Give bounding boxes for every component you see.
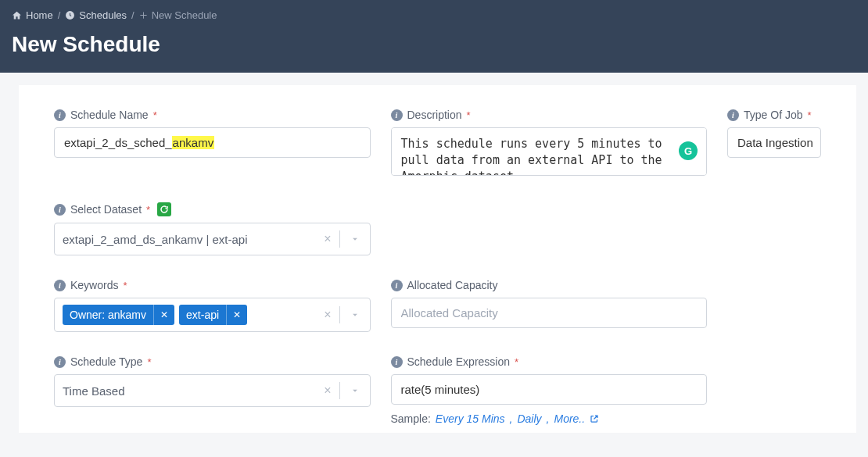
keyword-tag: Owner: ankamv ✕ — [63, 305, 174, 325]
home-icon — [12, 10, 22, 20]
grammarly-icon[interactable]: G — [679, 141, 698, 160]
refresh-icon[interactable] — [157, 202, 171, 216]
field-label: i Schedule Expression * — [391, 355, 708, 368]
clear-icon[interactable]: × — [316, 384, 339, 397]
chevron-down-icon[interactable] — [340, 385, 370, 396]
breadcrumb-new-label: New Schedule — [152, 9, 217, 21]
schedule-type-label: Schedule Type — [70, 355, 142, 368]
description-wrap: This schedule runs every 5 minutes to pu… — [391, 127, 708, 179]
field-type-of-job: i Type Of Job * Data Ingestion — [727, 109, 821, 179]
form-row: i Schedule Name * extapi_2_ds_sched_anka… — [54, 109, 821, 179]
description-label: Description — [407, 109, 462, 121]
tag-remove-icon[interactable]: ✕ — [226, 305, 247, 325]
field-select-dataset: i Select Dataset * extapi_2_amd_ds_ankam… — [54, 202, 371, 255]
chevron-down-icon[interactable] — [340, 309, 370, 320]
breadcrumb-sep: / — [131, 9, 135, 21]
schedule-name-label: Schedule Name — [70, 109, 149, 121]
spacer-col — [727, 279, 821, 332]
spacer-col — [727, 355, 821, 425]
info-icon[interactable]: i — [54, 204, 66, 216]
required-marker: * — [515, 356, 518, 368]
clear-icon[interactable]: × — [316, 309, 339, 321]
field-schedule-expression: i Schedule Expression * Sample: Every 15… — [391, 355, 708, 425]
info-icon[interactable]: i — [391, 356, 403, 368]
field-label: i Select Dataset * — [54, 202, 371, 216]
keywords-label: Keywords — [70, 279, 118, 291]
breadcrumb-new: New Schedule — [139, 9, 217, 21]
field-label: i Allocated Capacity — [391, 279, 708, 291]
info-icon[interactable]: i — [54, 109, 66, 121]
breadcrumb: Home / Schedules / New Schedule — [12, 9, 856, 21]
select-dataset-dropdown[interactable]: extapi_2_amd_ds_ankamv | ext-api × — [54, 223, 371, 255]
type-of-job-label: Type Of Job — [744, 109, 802, 121]
form-row: i Select Dataset * extapi_2_amd_ds_ankam… — [54, 202, 821, 255]
breadcrumb-home[interactable]: Home — [12, 9, 53, 21]
breadcrumb-home-label: Home — [26, 9, 53, 21]
field-allocated-capacity: i Allocated Capacity — [391, 279, 708, 332]
sample-link-more[interactable]: More.. — [554, 412, 585, 425]
info-icon[interactable]: i — [391, 280, 403, 291]
info-icon[interactable]: i — [54, 280, 66, 291]
field-label: i Description * — [391, 109, 708, 121]
tag-remove-icon[interactable]: ✕ — [153, 305, 174, 325]
field-label: i Schedule Type * — [54, 355, 371, 368]
info-icon[interactable]: i — [54, 356, 66, 368]
required-marker: * — [153, 109, 157, 121]
keywords-value: Owner: ankamv ✕ ext-api ✕ — [55, 298, 316, 331]
keyword-tag: ext-api ✕ — [179, 305, 247, 325]
field-schedule-type: i Schedule Type * Time Based × — [54, 355, 371, 425]
clear-icon[interactable]: × — [316, 233, 339, 245]
spacer-col — [727, 202, 821, 255]
plus-icon — [139, 11, 148, 20]
spacer-col — [391, 202, 708, 255]
field-schedule-name: i Schedule Name * extapi_2_ds_sched_anka… — [54, 109, 371, 179]
required-marker: * — [807, 109, 811, 121]
keywords-dropdown[interactable]: Owner: ankamv ✕ ext-api ✕ × — [54, 298, 371, 332]
required-marker: * — [147, 356, 151, 368]
schedule-name-value-highlight: ankamv — [172, 136, 215, 149]
type-of-job-input[interactable]: Data Ingestion — [727, 127, 821, 158]
page-title: New Schedule — [12, 32, 856, 57]
select-dataset-value: extapi_2_amd_ds_ankamv | ext-api — [55, 227, 316, 252]
field-label: i Schedule Name * — [54, 109, 371, 121]
schedule-expression-label: Schedule Expression — [407, 355, 511, 368]
keyword-tag-label: Owner: ankamv — [63, 305, 153, 325]
breadcrumb-schedules-label: Schedules — [79, 9, 127, 21]
field-label: i Keywords * — [54, 279, 371, 291]
field-keywords: i Keywords * Owner: ankamv ✕ ext-api ✕ × — [54, 279, 371, 332]
required-marker: * — [467, 109, 471, 121]
info-icon[interactable]: i — [391, 109, 403, 121]
sample-link-daily[interactable]: Daily — [517, 412, 541, 425]
page-header: Home / Schedules / New Schedule New Sche… — [0, 0, 868, 73]
info-icon[interactable]: i — [727, 109, 739, 121]
chevron-down-icon[interactable] — [340, 234, 370, 245]
schedule-type-dropdown[interactable]: Time Based × — [54, 374, 371, 407]
sample-label: Sample: — [391, 412, 431, 425]
required-marker: * — [123, 280, 127, 291]
allocated-capacity-label: Allocated Capacity — [407, 279, 498, 291]
sample-row: Sample: Every 15 Mins, Daily, More.. — [391, 412, 708, 425]
form-row: i Schedule Type * Time Based × i Schedul… — [54, 355, 821, 425]
schedule-name-value-prefix: extapi_2_ds_sched_ — [64, 136, 172, 149]
keyword-tag-label: ext-api — [179, 305, 226, 325]
breadcrumb-sep: / — [58, 9, 61, 21]
schedule-expression-input[interactable] — [391, 374, 708, 405]
sample-link-15mins[interactable]: Every 15 Mins — [436, 412, 505, 425]
field-label: i Type Of Job * — [727, 109, 821, 121]
allocated-capacity-input[interactable] — [391, 298, 708, 328]
form-row: i Keywords * Owner: ankamv ✕ ext-api ✕ × — [54, 279, 821, 332]
schedule-type-value: Time Based — [55, 378, 316, 404]
field-description: i Description * This schedule runs every… — [391, 109, 708, 179]
clock-icon — [65, 10, 75, 20]
required-marker: * — [146, 204, 150, 216]
select-dataset-label: Select Dataset — [70, 203, 142, 216]
form-content: i Schedule Name * extapi_2_ds_sched_anka… — [19, 85, 856, 433]
schedule-name-input[interactable]: extapi_2_ds_sched_ankamv — [54, 127, 371, 158]
description-input[interactable]: This schedule runs every 5 minutes to pu… — [391, 127, 708, 176]
breadcrumb-schedules[interactable]: Schedules — [65, 9, 127, 21]
external-link-icon[interactable] — [590, 414, 599, 423]
